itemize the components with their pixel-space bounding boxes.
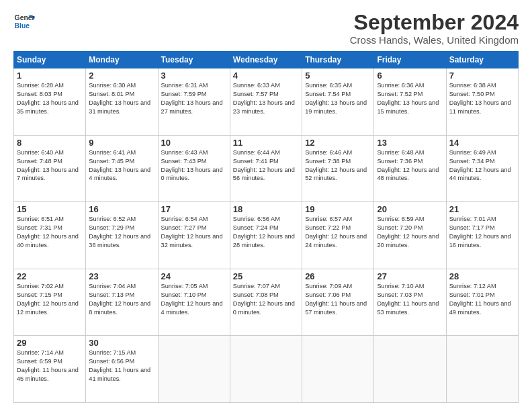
cell-info: Sunrise: 7:05 AM Sunset: 7:10 PM Dayligh… (161, 282, 227, 317)
table-row: 5Sunrise: 6:35 AM Sunset: 7:54 PM Daylig… (302, 68, 374, 136)
col-monday: Monday (86, 52, 158, 68)
table-row (374, 336, 446, 403)
table-row: 2Sunrise: 6:30 AM Sunset: 8:01 PM Daylig… (86, 68, 158, 136)
col-friday: Friday (374, 52, 446, 68)
table-row: 15Sunrise: 6:51 AM Sunset: 7:31 PM Dayli… (14, 202, 86, 269)
table-row: 8Sunrise: 6:40 AM Sunset: 7:48 PM Daylig… (14, 135, 86, 202)
cell-info: Sunrise: 6:46 AM Sunset: 7:38 PM Dayligh… (305, 148, 371, 183)
day-number: 12 (305, 138, 371, 148)
cell-info: Sunrise: 6:48 AM Sunset: 7:36 PM Dayligh… (377, 148, 443, 183)
day-number: 18 (233, 204, 299, 214)
table-row (446, 336, 518, 403)
col-thursday: Thursday (302, 52, 374, 68)
logo: General Blue (13, 11, 35, 32)
day-number: 14 (449, 138, 515, 148)
table-row: 28Sunrise: 7:12 AM Sunset: 7:01 PM Dayli… (446, 269, 518, 336)
cell-info: Sunrise: 7:02 AM Sunset: 7:15 PM Dayligh… (17, 282, 83, 317)
cell-info: Sunrise: 6:54 AM Sunset: 7:27 PM Dayligh… (161, 215, 227, 250)
table-row: 20Sunrise: 6:59 AM Sunset: 7:20 PM Dayli… (374, 202, 446, 269)
day-number: 8 (17, 138, 83, 148)
day-number: 15 (17, 204, 83, 214)
cell-info: Sunrise: 6:31 AM Sunset: 7:59 PM Dayligh… (161, 81, 227, 116)
table-row: 27Sunrise: 7:10 AM Sunset: 7:03 PM Dayli… (374, 269, 446, 336)
cell-info: Sunrise: 7:01 AM Sunset: 7:17 PM Dayligh… (449, 215, 515, 250)
logo-icon: General Blue (13, 11, 35, 32)
cell-info: Sunrise: 6:28 AM Sunset: 8:03 PM Dayligh… (17, 81, 83, 116)
day-number: 10 (161, 138, 227, 148)
day-number: 24 (161, 271, 227, 281)
calendar-week-row: 8Sunrise: 6:40 AM Sunset: 7:48 PM Daylig… (14, 135, 519, 202)
table-row (158, 336, 230, 403)
col-wednesday: Wednesday (230, 52, 302, 68)
table-row: 22Sunrise: 7:02 AM Sunset: 7:15 PM Dayli… (14, 269, 86, 336)
cell-info: Sunrise: 7:15 AM Sunset: 6:56 PM Dayligh… (89, 349, 154, 383)
table-row: 16Sunrise: 6:52 AM Sunset: 7:29 PM Dayli… (86, 202, 158, 269)
main-title: September 2024 (350, 11, 519, 34)
cell-info: Sunrise: 7:14 AM Sunset: 6:59 PM Dayligh… (17, 349, 83, 383)
table-row: 30Sunrise: 7:15 AM Sunset: 6:56 PM Dayli… (86, 336, 158, 403)
cell-info: Sunrise: 6:59 AM Sunset: 7:20 PM Dayligh… (377, 215, 443, 250)
cell-info: Sunrise: 6:43 AM Sunset: 7:43 PM Dayligh… (161, 148, 227, 183)
table-row: 3Sunrise: 6:31 AM Sunset: 7:59 PM Daylig… (158, 68, 230, 136)
table-row: 13Sunrise: 6:48 AM Sunset: 7:36 PM Dayli… (374, 135, 446, 202)
svg-text:Blue: Blue (15, 22, 30, 30)
cell-info: Sunrise: 6:38 AM Sunset: 7:50 PM Dayligh… (449, 81, 515, 116)
day-number: 7 (449, 71, 515, 81)
table-row: 25Sunrise: 7:07 AM Sunset: 7:08 PM Dayli… (230, 269, 302, 336)
cell-info: Sunrise: 7:07 AM Sunset: 7:08 PM Dayligh… (233, 282, 299, 317)
cell-info: Sunrise: 6:36 AM Sunset: 7:52 PM Dayligh… (377, 81, 443, 116)
day-number: 22 (17, 271, 83, 281)
day-number: 16 (89, 204, 154, 214)
calendar-week-row: 1Sunrise: 6:28 AM Sunset: 8:03 PM Daylig… (14, 68, 519, 136)
day-number: 23 (89, 271, 154, 281)
col-sunday: Sunday (14, 52, 86, 68)
header: General Blue September 2024 Cross Hands,… (13, 11, 519, 46)
day-number: 29 (17, 338, 83, 348)
day-number: 2 (89, 71, 154, 81)
cell-info: Sunrise: 6:33 AM Sunset: 7:57 PM Dayligh… (233, 81, 299, 116)
day-number: 11 (233, 138, 299, 148)
day-number: 6 (377, 71, 443, 81)
col-tuesday: Tuesday (158, 52, 230, 68)
table-row: 9Sunrise: 6:41 AM Sunset: 7:45 PM Daylig… (86, 135, 158, 202)
cell-info: Sunrise: 7:09 AM Sunset: 7:06 PM Dayligh… (305, 282, 371, 317)
day-number: 20 (377, 204, 443, 214)
cell-info: Sunrise: 6:49 AM Sunset: 7:34 PM Dayligh… (449, 148, 515, 183)
table-row (230, 336, 302, 403)
table-row: 11Sunrise: 6:44 AM Sunset: 7:41 PM Dayli… (230, 135, 302, 202)
day-number: 1 (17, 71, 83, 81)
day-number: 3 (161, 71, 227, 81)
day-number: 21 (449, 204, 515, 214)
table-row: 18Sunrise: 6:56 AM Sunset: 7:24 PM Dayli… (230, 202, 302, 269)
table-row: 4Sunrise: 6:33 AM Sunset: 7:57 PM Daylig… (230, 68, 302, 136)
day-number: 17 (161, 204, 227, 214)
cell-info: Sunrise: 6:51 AM Sunset: 7:31 PM Dayligh… (17, 215, 83, 250)
calendar-week-row: 22Sunrise: 7:02 AM Sunset: 7:15 PM Dayli… (14, 269, 519, 336)
table-row: 7Sunrise: 6:38 AM Sunset: 7:50 PM Daylig… (446, 68, 518, 136)
cell-info: Sunrise: 7:12 AM Sunset: 7:01 PM Dayligh… (449, 282, 515, 317)
cell-info: Sunrise: 6:35 AM Sunset: 7:54 PM Dayligh… (305, 81, 371, 116)
day-number: 4 (233, 71, 299, 81)
day-number: 19 (305, 204, 371, 214)
calendar-header-row: Sunday Monday Tuesday Wednesday Thursday… (14, 52, 519, 68)
cell-info: Sunrise: 6:41 AM Sunset: 7:45 PM Dayligh… (89, 148, 154, 183)
calendar-week-row: 29Sunrise: 7:14 AM Sunset: 6:59 PM Dayli… (14, 336, 519, 403)
day-number: 30 (89, 338, 154, 348)
table-row: 10Sunrise: 6:43 AM Sunset: 7:43 PM Dayli… (158, 135, 230, 202)
table-row: 26Sunrise: 7:09 AM Sunset: 7:06 PM Dayli… (302, 269, 374, 336)
calendar-table: Sunday Monday Tuesday Wednesday Thursday… (13, 51, 519, 403)
table-row: 23Sunrise: 7:04 AM Sunset: 7:13 PM Dayli… (86, 269, 158, 336)
table-row: 6Sunrise: 6:36 AM Sunset: 7:52 PM Daylig… (374, 68, 446, 136)
day-number: 13 (377, 138, 443, 148)
day-number: 5 (305, 71, 371, 81)
day-number: 28 (449, 271, 515, 281)
day-number: 9 (89, 138, 154, 148)
table-row: 12Sunrise: 6:46 AM Sunset: 7:38 PM Dayli… (302, 135, 374, 202)
page: General Blue September 2024 Cross Hands,… (0, 0, 532, 411)
subtitle: Cross Hands, Wales, United Kingdom (350, 34, 519, 46)
table-row: 29Sunrise: 7:14 AM Sunset: 6:59 PM Dayli… (14, 336, 86, 403)
day-number: 26 (305, 271, 371, 281)
day-number: 25 (233, 271, 299, 281)
cell-info: Sunrise: 6:44 AM Sunset: 7:41 PM Dayligh… (233, 148, 299, 183)
cell-info: Sunrise: 7:10 AM Sunset: 7:03 PM Dayligh… (377, 282, 443, 317)
